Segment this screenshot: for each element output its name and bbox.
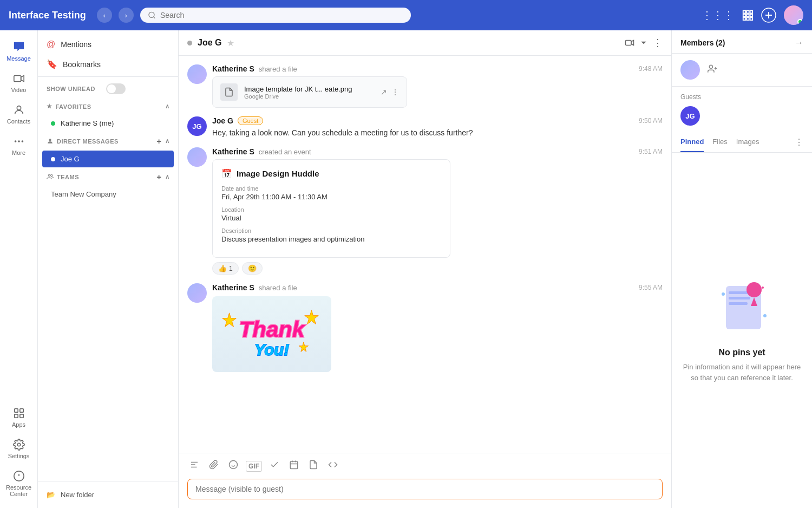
svg-marker-34 (222, 313, 236, 327)
svg-rect-23 (19, 414, 23, 418)
pin-illustration (715, 278, 769, 337)
checkmark-button[interactable] (267, 458, 281, 474)
tab-files[interactable]: Files (712, 132, 727, 152)
tab-pinned[interactable]: Pinned (680, 132, 704, 152)
favorites-katherine-label: Katherine S (me) (61, 119, 114, 127)
team-new-company[interactable]: Team New Company (38, 186, 178, 203)
dropdown-button[interactable] (640, 39, 647, 47)
sidebar-item-contacts[interactable]: Contacts (0, 99, 37, 130)
sidebar-item-resource-center[interactable]: Resource Center (0, 465, 37, 503)
close-panel-button[interactable]: → (795, 38, 803, 48)
favorites-icon: ★ (47, 103, 53, 110)
add-reaction-button[interactable]: 🙂 (242, 262, 263, 275)
teams-label: TEAMS (57, 174, 79, 180)
svg-line-1 (153, 17, 155, 18)
favorites-chevron[interactable]: ∧ (165, 103, 170, 110)
svg-rect-14 (14, 76, 21, 82)
mentions-icon: @ (47, 40, 55, 49)
svg-marker-32 (631, 41, 634, 45)
file-more-button[interactable]: ⋮ (391, 88, 399, 96)
back-button[interactable]: ‹ (97, 8, 112, 23)
user-avatar[interactable] (784, 5, 803, 25)
online-indicator (51, 121, 55, 126)
svg-point-49 (709, 65, 712, 68)
apps-grid-icon[interactable] (742, 9, 754, 21)
file-source: Google Drive (244, 93, 374, 100)
message-header: Joe G Guest 9:50 AM (212, 116, 663, 125)
tab-images[interactable]: Images (736, 132, 759, 152)
plus-button[interactable] (761, 8, 776, 23)
message-text: Hey, taking a look now. Can you schedule… (212, 127, 663, 139)
event-location-label: Location (221, 206, 441, 213)
favorites-katherine[interactable]: Katherine S (me) (42, 115, 174, 132)
gif-button[interactable]: GIF (246, 461, 262, 472)
thumbsup-reaction[interactable]: 👍 1 (212, 262, 239, 275)
unread-toggle-switch[interactable] (106, 83, 126, 94)
messages-list: Katherine S shared a file 9:48 AM Image … (179, 56, 671, 453)
star-button[interactable]: ★ (227, 38, 234, 48)
file-card: Image template for JK t... eate.png Goog… (212, 76, 407, 108)
message-row: Katherine S shared a file 9:48 AM Image … (187, 64, 663, 108)
event-title-text: Image Design Huddle (237, 169, 319, 178)
chat-header-actions: ⋮ (625, 37, 663, 49)
svg-rect-7 (750, 14, 753, 17)
note-button[interactable] (306, 458, 320, 474)
dm-add-btn[interactable]: + (156, 136, 161, 146)
no-pins-description: Pin information and it will appear here … (683, 362, 801, 383)
calendar-input-button[interactable] (287, 458, 301, 474)
new-folder-item[interactable]: 📂 New folder (38, 486, 178, 504)
teams-actions: + ∧ (156, 172, 169, 181)
svg-point-17 (14, 140, 16, 142)
message-input-box (187, 479, 663, 499)
dm-chevron[interactable]: ∧ (165, 138, 170, 145)
attach-button[interactable] (207, 458, 221, 474)
message-header: Katherine S created an event 9:51 AM (212, 147, 663, 156)
sidebar-item-message[interactable]: Message (0, 36, 37, 67)
svg-point-24 (17, 443, 21, 446)
video-call-button[interactable] (625, 38, 634, 48)
teams-chevron[interactable]: ∧ (165, 173, 170, 180)
emoji-button[interactable] (226, 458, 240, 474)
event-datetime-label: Date and time (221, 185, 441, 192)
add-member-button[interactable] (708, 64, 717, 76)
svg-rect-55 (729, 302, 748, 305)
teams-icon (47, 173, 54, 180)
chat-status-dot (187, 41, 192, 45)
main-body: Message Video Contacts More Apps Setting… (0, 30, 812, 508)
sidebar-item-message-label: Message (6, 55, 31, 62)
forward-button[interactable]: › (119, 8, 134, 23)
search-input[interactable] (160, 11, 403, 19)
avatar-katherine (187, 147, 207, 167)
no-pins-illustration (715, 278, 769, 339)
file-external-link-button[interactable]: ↗ (381, 88, 387, 96)
dm-joeg[interactable]: Joe G (42, 151, 174, 167)
more-options-button[interactable]: ⋮ (653, 37, 663, 49)
dm-section-header: DIRECT MESSAGES + ∧ (38, 132, 178, 150)
event-location-field: Location Virtual (221, 206, 441, 222)
bookmarks-menu-item[interactable]: 🔖 Bookmarks (38, 54, 178, 74)
bookmarks-label: Bookmarks (63, 60, 101, 69)
message-input[interactable] (195, 485, 654, 493)
message-input-wrapper (179, 479, 671, 508)
message-row: Katherine S shared a file 9:55 AM (187, 283, 663, 372)
input-toolbar: GIF (179, 453, 671, 479)
avatar-joeg: JG (187, 116, 207, 136)
left-panel: @ Mentions 🔖 Bookmarks SHOW UNREAD ★ FAV… (38, 30, 179, 508)
teams-add-btn[interactable]: + (156, 172, 161, 181)
sidebar-item-settings[interactable]: Settings (0, 433, 37, 465)
app-header: Interface Testing ‹ › ⋮⋮⋮ (0, 0, 812, 30)
folder-icon: 📂 (47, 491, 55, 499)
tabs-more-button[interactable]: ⋮ (795, 137, 803, 147)
mentions-menu-item[interactable]: @ Mentions (38, 35, 178, 54)
no-pins-area: No pins yet Pin information and it will … (672, 153, 812, 508)
message-header: Katherine S shared a file 9:48 AM (212, 64, 663, 73)
sidebar-item-video[interactable]: Video (0, 67, 37, 99)
message-row: JG Joe G Guest 9:50 AM Hey, taking a loo… (187, 116, 663, 139)
sidebar-item-apps[interactable]: Apps (0, 402, 37, 433)
sidebar-item-more[interactable]: More (0, 130, 37, 161)
formatting-button[interactable] (187, 458, 201, 474)
code-button[interactable] (326, 458, 340, 474)
svg-marker-33 (641, 42, 646, 44)
header-right: ⋮⋮⋮ (702, 5, 803, 25)
grid-icon[interactable]: ⋮⋮⋮ (702, 9, 734, 22)
